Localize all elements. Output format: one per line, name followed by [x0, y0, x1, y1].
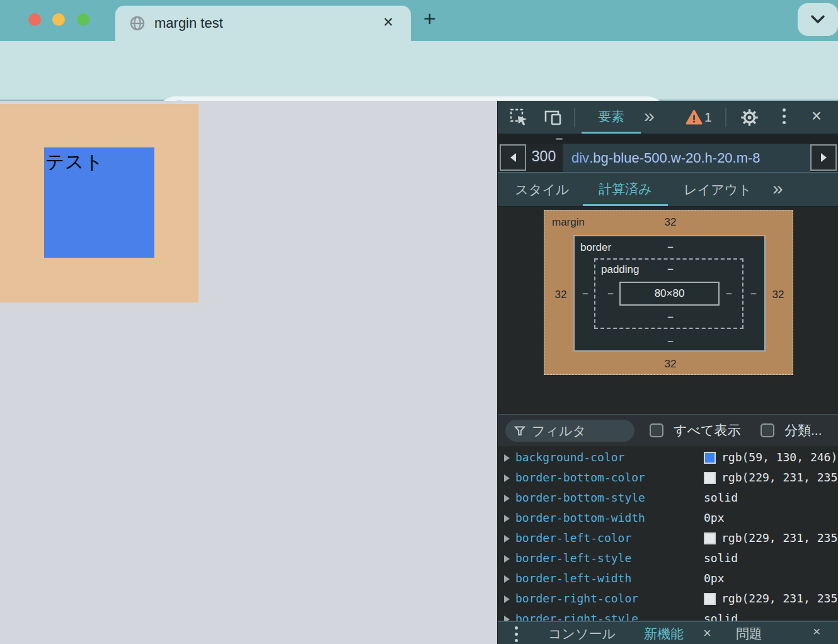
devtools-close-icon[interactable]: ×: [812, 108, 822, 125]
crumb-tag: div: [571, 150, 589, 166]
computed-property-row[interactable]: border-bottom-width0px: [498, 509, 838, 529]
new-tab-button[interactable]: +: [423, 6, 436, 31]
window-zoom-button[interactable]: [77, 13, 89, 26]
browser-toolbar: localhost:8080/poc-html/tailwindcss/marg…: [0, 41, 838, 101]
padding-bottom-value[interactable]: −: [667, 311, 674, 324]
computed-property-row[interactable]: border-right-stylesolid: [498, 609, 838, 621]
group-checkbox[interactable]: [761, 423, 774, 437]
padding-top-value[interactable]: −: [667, 263, 674, 276]
color-swatch: [704, 532, 716, 544]
disclosure-triangle-icon[interactable]: [504, 616, 510, 621]
border-top-value[interactable]: −: [667, 241, 674, 254]
tab-search-button[interactable]: [798, 3, 838, 36]
breadcrumb-item-selected[interactable]: div.bg-blue-500.w-20.h-20.m-8: [563, 144, 810, 172]
group-label[interactable]: 分類...: [784, 422, 822, 439]
disclosure-triangle-icon[interactable]: [504, 575, 510, 583]
computed-properties-list: background-colorrgb(59, 130, 246)border-…: [498, 446, 838, 621]
computed-property-row[interactable]: background-colorrgb(59, 130, 246): [498, 448, 838, 468]
property-value: solid: [704, 612, 738, 621]
property-name: border-left-color: [515, 531, 631, 544]
property-name: border-left-style: [515, 551, 631, 565]
box-model-content[interactable]: 80×80: [619, 282, 720, 306]
padding-left-value[interactable]: −: [607, 288, 614, 301]
disclosure-triangle-icon[interactable]: [504, 454, 510, 462]
warning-count[interactable]: 1: [704, 110, 712, 125]
page-viewport: テスト: [0, 101, 497, 644]
drawer-tab-whats-new[interactable]: 新機能: [644, 625, 684, 643]
border-right-value[interactable]: −: [750, 288, 757, 301]
drawer-menu-icon[interactable]: [515, 626, 518, 642]
window-minimize-button[interactable]: [52, 13, 65, 26]
property-value: rgb(229, 231, 235: [704, 471, 837, 484]
filter-input[interactable]: フィルタ: [505, 420, 634, 442]
border-bottom-value[interactable]: −: [667, 336, 674, 348]
disclosure-triangle-icon[interactable]: [504, 474, 510, 482]
window-close-button[interactable]: [28, 13, 41, 26]
whats-new-close-icon[interactable]: ×: [703, 625, 711, 641]
tab-elements[interactable]: 要素: [582, 101, 641, 134]
color-swatch: [704, 472, 716, 484]
drawer-tab-console[interactable]: コンソール: [548, 625, 616, 643]
margin-label: margin: [552, 216, 585, 229]
property-value: rgb(59, 130, 246): [704, 451, 837, 464]
tab-styles[interactable]: スタイル: [509, 173, 575, 206]
more-tabs-icon[interactable]: »: [644, 106, 655, 125]
computed-property-row[interactable]: border-left-stylesolid: [498, 549, 838, 569]
disclosure-triangle-icon[interactable]: [504, 535, 510, 543]
box-model-border[interactable]: border − − − − padding − − − − 80×80: [573, 235, 766, 352]
show-all-checkbox[interactable]: [650, 423, 663, 437]
funnel-icon: [514, 425, 525, 437]
property-name: border-bottom-style: [515, 491, 645, 504]
breadcrumb-next-button[interactable]: [810, 144, 837, 171]
padding-right-value[interactable]: −: [726, 288, 732, 301]
computed-property-row[interactable]: border-left-width0px: [498, 569, 838, 589]
box-model-padding[interactable]: padding − − − − 80×80: [594, 258, 743, 329]
globe-favicon-icon: [129, 15, 146, 32]
test-box: テスト: [44, 147, 154, 258]
device-toolbar-icon[interactable]: [542, 108, 563, 130]
box-model-margin[interactable]: margin 32 32 32 32 border − − − − paddin…: [544, 210, 793, 375]
devtools-toolbar: 要素 » 1 ×: [498, 101, 838, 134]
border-left-value[interactable]: −: [582, 288, 588, 301]
breadcrumb-item-truncated[interactable]: 300: [527, 148, 560, 165]
devtools-subtabs: スタイル 計算済み レイアウト »: [498, 173, 838, 207]
property-name: border-bottom-color: [515, 471, 645, 484]
property-value: solid: [704, 491, 738, 504]
disclosure-triangle-icon[interactable]: [504, 495, 510, 502]
property-value: 0px: [704, 511, 725, 524]
property-value: rgb(229, 231, 235: [704, 592, 837, 605]
show-all-label[interactable]: すべて表示: [674, 422, 740, 439]
property-name: border-bottom-width: [515, 511, 645, 524]
settings-gear-icon[interactable]: [740, 108, 759, 130]
computed-filter-bar: フィルタ すべて表示 分類...: [498, 414, 838, 446]
devtools-panel: 要素 » 1 ×: [497, 101, 838, 644]
disclosure-triangle-icon[interactable]: [504, 595, 510, 603]
tab-close-icon[interactable]: ×: [383, 13, 393, 32]
inspect-element-icon[interactable]: [509, 108, 529, 130]
devtools-menu-icon[interactable]: [783, 108, 786, 124]
more-panels-icon[interactable]: »: [772, 179, 783, 198]
tab-computed[interactable]: 計算済み: [583, 173, 668, 206]
color-swatch: [704, 452, 716, 464]
property-name: background-color: [515, 451, 624, 464]
property-value: rgb(229, 231, 235: [704, 531, 837, 544]
computed-property-row[interactable]: border-bottom-stylesolid: [498, 488, 838, 509]
crumb-classes: .bg-blue-500.w-20.h-20.m-8: [589, 150, 760, 166]
margin-top-value[interactable]: 32: [665, 216, 677, 229]
breadcrumb-prev-button[interactable]: [500, 144, 526, 171]
disclosure-triangle-icon[interactable]: [504, 555, 510, 563]
computed-property-row[interactable]: border-right-colorrgb(229, 231, 235: [498, 589, 838, 609]
drawer-tab-issues[interactable]: 問題: [736, 625, 762, 643]
margin-left-value[interactable]: 32: [555, 289, 567, 301]
property-name: border-right-color: [515, 592, 638, 605]
drawer-close-icon[interactable]: ×: [813, 624, 820, 638]
disclosure-triangle-icon[interactable]: [504, 515, 510, 522]
computed-property-row[interactable]: border-left-colorrgb(229, 231, 235: [498, 529, 838, 549]
computed-property-row[interactable]: border-bottom-colorrgb(229, 231, 235: [498, 468, 838, 488]
warning-icon[interactable]: [686, 109, 703, 129]
margin-bottom-value[interactable]: 32: [665, 358, 677, 371]
dom-tree-sliver: [498, 134, 838, 144]
margin-right-value[interactable]: 32: [772, 289, 784, 301]
tab-layout[interactable]: レイアウト: [677, 173, 758, 206]
browser-tab-active[interactable]: margin test ×: [115, 6, 411, 41]
